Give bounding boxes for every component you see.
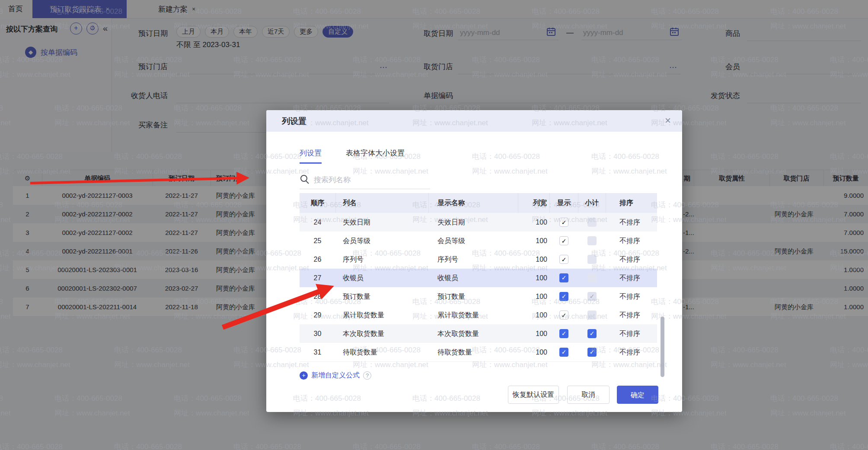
cell-sort: 不排序: [619, 343, 657, 361]
cell-sort: 不排序: [619, 250, 657, 269]
help-icon[interactable]: ?: [363, 371, 371, 380]
show-checkbox[interactable]: ✓: [559, 311, 568, 320]
cell-display-name: 本次取货数量: [437, 324, 518, 343]
cell-name: 本次取货数量: [343, 324, 429, 343]
cell-display-name: 失效日期: [437, 213, 518, 231]
scrollbar-thumb[interactable]: [661, 317, 664, 377]
cell-sort: 不排序: [619, 287, 657, 306]
cell-width: 100: [518, 231, 547, 250]
plus-circle-icon: +: [300, 371, 308, 380]
cell-order: 31: [300, 343, 335, 361]
reset-default-button[interactable]: 恢复默认设置: [508, 386, 559, 404]
subtotal-checkbox-disabled: ✓: [587, 273, 597, 282]
header-sort: 排序: [606, 193, 657, 213]
cell-sort: 不排序: [619, 306, 657, 324]
cell-width: 100: [518, 213, 547, 231]
cell-sort: 不排序: [619, 324, 657, 343]
add-formula-link[interactable]: + 新增自定义公式 ?: [300, 371, 371, 380]
cell-display-name: 会员等级: [437, 231, 518, 250]
show-checkbox[interactable]: ✓: [559, 273, 568, 282]
column-config-row[interactable]: 25会员等级会员等级100✓✓不排序: [300, 231, 657, 250]
cell-width: 100: [518, 324, 547, 343]
show-checkbox[interactable]: ✓: [559, 348, 568, 357]
cell-width: 100: [518, 287, 547, 306]
search-icon: [300, 174, 310, 186]
cell-sort: 不排序: [619, 231, 657, 250]
cell-name: 序列号: [343, 250, 429, 269]
show-checkbox[interactable]: ✓: [559, 218, 568, 227]
header-col-name: 列名: [335, 193, 429, 213]
cell-order: 24: [300, 213, 335, 231]
column-config-row[interactable]: 26序列号序列号100✓✓不排序: [300, 250, 657, 269]
header-order: 顺序: [300, 193, 336, 213]
tab-font-size-settings[interactable]: 表格字体大小设置: [346, 148, 405, 164]
modal-header: 列设置 ×: [266, 110, 682, 132]
column-settings-modal: 列设置 × 列设置 表格字体大小设置 搜索列名称 顺序 列名 显示名称 列宽 显…: [266, 110, 682, 412]
cell-name: 会员等级: [343, 231, 429, 250]
header-show: 显示: [550, 193, 578, 213]
cell-sort: 不排序: [619, 213, 657, 231]
column-config-row[interactable]: 30本次取货数量本次取货数量100✓✓不排序: [300, 324, 657, 343]
cell-order: 27: [300, 269, 335, 287]
subtotal-checkbox-disabled: ✓: [587, 311, 597, 320]
cell-name: 累计取货数量: [343, 306, 429, 324]
subtotal-checkbox[interactable]: ✓: [587, 329, 597, 338]
cell-display-name: 序列号: [437, 250, 518, 269]
subtotal-checkbox-disabled: ✓: [587, 255, 597, 264]
cell-order: 30: [300, 324, 335, 343]
cell-name: 预订数量: [343, 287, 429, 306]
cancel-button[interactable]: 取消: [567, 386, 610, 404]
cell-name: 失效日期: [343, 213, 429, 231]
columns-table-header: 顺序 列名 显示名称 列宽 显示 小计 排序: [300, 193, 657, 213]
cell-width: 100: [518, 250, 547, 269]
header-display-name: 显示名称: [429, 193, 518, 213]
confirm-button[interactable]: 确定: [617, 386, 658, 404]
cell-order: 29: [300, 306, 335, 324]
column-config-row[interactable]: 31待取货数量待取货数量100✓✓不排序: [300, 343, 657, 362]
cell-display-name: 待取货数量: [437, 343, 518, 361]
cell-name: 收银员: [343, 269, 429, 287]
cell-order: 25: [300, 231, 335, 250]
close-icon[interactable]: ×: [665, 115, 671, 126]
tab-column-settings[interactable]: 列设置: [300, 148, 322, 164]
screen: 首页 预订取货跟踪表 × 新建方案 × 按以下方案查询 + ⚙ « ◆ 按单据编…: [0, 0, 868, 450]
header-col-width: 列宽: [518, 193, 550, 213]
modal-title: 列设置: [282, 116, 306, 127]
column-config-row[interactable]: 29累计取货数量累计取货数量100✓✓不排序: [300, 306, 657, 325]
cell-width: 100: [518, 306, 547, 324]
cell-display-name: 收银员: [437, 269, 518, 287]
modal-tabs: 列设置 表格字体大小设置: [300, 148, 405, 164]
cell-width: 100: [518, 343, 547, 361]
cell-display-name: 预订数量: [437, 287, 518, 306]
show-checkbox[interactable]: ✓: [559, 255, 568, 264]
add-formula-label: 新增自定义公式: [311, 371, 360, 380]
search-underline: [300, 189, 430, 189]
column-config-row[interactable]: 28预订数量预订数量100✓✓不排序: [300, 287, 657, 306]
cell-display-name: 累计取货数量: [437, 306, 518, 324]
search-column-input[interactable]: 搜索列名称: [314, 175, 351, 185]
subtotal-checkbox-disabled: ✓: [587, 292, 597, 301]
header-subtotal: 小计: [578, 193, 606, 213]
cell-sort: 不排序: [619, 269, 657, 287]
column-config-row[interactable]: 27收银员收银员100✓✓不排序: [300, 269, 657, 288]
column-config-row[interactable]: 24失效日期失效日期100✓✓不排序: [300, 213, 657, 232]
show-checkbox[interactable]: ✓: [559, 329, 568, 338]
cell-width: 100: [518, 269, 547, 287]
cell-order: 28: [300, 287, 335, 306]
subtotal-checkbox[interactable]: ✓: [587, 348, 597, 357]
cell-name: 待取货数量: [343, 343, 429, 361]
subtotal-checkbox-disabled: ✓: [587, 236, 597, 245]
subtotal-checkbox-disabled: ✓: [587, 218, 597, 227]
show-checkbox[interactable]: ✓: [559, 236, 568, 245]
show-checkbox[interactable]: ✓: [559, 292, 568, 301]
cell-order: 26: [300, 250, 335, 269]
